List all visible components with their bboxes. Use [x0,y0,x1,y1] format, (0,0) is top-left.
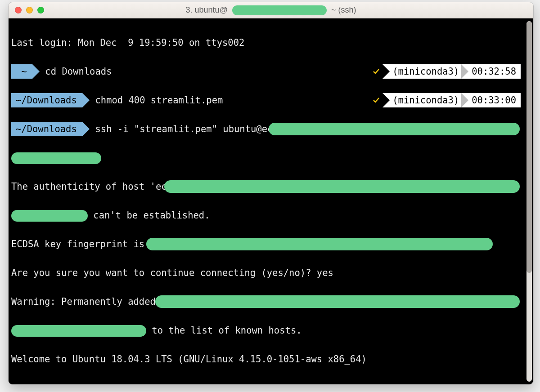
prompt-dir: ~/Downloads [11,93,82,107]
terminal-window: 3. ubuntu@ ~ (ssh) Last login: Mon Dec 9… [8,2,534,385]
prompt-cmd: chmod 400 streamlit.pem [90,95,223,106]
zoom-icon[interactable] [37,7,44,13]
window-title: 3. ubuntu@ ~ (ssh) [186,5,356,15]
prompt-row: ~/Downloads chmod 400 streamlit.pem(mini… [11,93,522,107]
prompt-row: ~ cd Downloads(miniconda3)00:32:58 [11,64,522,79]
redacted-text [269,123,520,135]
prompt-time: 00:33:00 [462,93,521,107]
title-prefix: 3. ubuntu@ [186,5,228,15]
redacted-text [146,238,493,250]
title-suffix: ~ (ssh) [331,5,356,15]
prompt-dir: ~/Downloads [11,122,82,136]
conda-env: (miniconda3) [382,93,462,107]
redacted-host [232,5,327,15]
status-ok-icon [364,64,382,79]
welcome-line: Welcome to Ubuntu 18.04.3 LTS (GNU/Linux… [11,354,367,365]
prompt-dir: ~ [11,64,32,79]
redacted-text [155,295,520,308]
warn-prefix: Warning: Permanently added [11,296,161,307]
chevron-right-icon [32,64,40,79]
redacted-text [11,210,88,222]
terminal-viewport: Last login: Mon Dec 9 19:59:50 on ttys00… [9,18,533,384]
auth-cant: can't be established. [88,210,210,221]
auth-line: The authenticity of host 'ec2- [11,181,178,192]
confirm-line: Are you sure you want to continue connec… [11,267,333,278]
conda-env: (miniconda3) [382,64,462,79]
close-icon[interactable] [15,7,22,13]
minimize-icon[interactable] [26,7,33,13]
scrollbar-thumb[interactable] [526,21,532,273]
chevron-right-icon [82,93,90,107]
prompt-cmd: ssh -i "streamlit.pem" ubuntu@ec2- [90,124,284,134]
warn-suffix: to the list of known hosts. [146,325,302,336]
redacted-text [164,180,520,193]
window-controls [15,7,44,13]
redacted-text [11,325,146,337]
ecdsa-line: ECDSA key fingerprint is [11,239,150,249]
prompt-time: 00:32:58 [462,64,521,79]
prompt-row: ~/Downloads ssh -i "streamlit.pem" ubunt… [11,122,522,136]
status-ok-icon [364,93,382,107]
chevron-right-icon [82,122,90,136]
terminal-content[interactable]: Last login: Mon Dec 9 19:59:50 on ttys00… [9,18,525,384]
titlebar[interactable]: 3. ubuntu@ ~ (ssh) [9,2,533,18]
redacted-text [11,152,101,164]
last-login: Last login: Mon Dec 9 19:59:50 on ttys00… [11,37,244,48]
prompt-cmd: cd Downloads [40,66,112,77]
